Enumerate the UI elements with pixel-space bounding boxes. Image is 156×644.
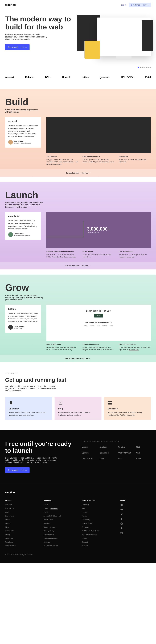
hero-title: The modern way to build for the web: [5, 15, 75, 31]
build-get-started-link[interactable]: Get started now — it's free →: [66, 172, 91, 174]
feature-title: Easy content updates: [119, 343, 151, 345]
footer-link[interactable]: No-Code Movement: [82, 534, 112, 536]
footer-link[interactable]: Hire an Expert: [82, 522, 112, 524]
footer-link[interactable]: Press: [44, 511, 74, 513]
dark-logo: IDEO: [118, 458, 133, 460]
brand-logo: Rakuten: [25, 76, 34, 79]
launch-stat: 3,000,000+: [87, 226, 110, 232]
webflow-icon: [138, 66, 139, 68]
footer-link[interactable]: Ecommerce: [5, 515, 36, 517]
footer-col-company: Company About CareersWe're Hiring Press …: [44, 499, 74, 548]
footer-link[interactable]: Blog: [82, 508, 112, 510]
svg-rect-6: [110, 403, 112, 404]
testimonial-logo: zendesk: [8, 120, 38, 122]
card-desc: Get inspired by the incredible websites …: [108, 411, 147, 416]
footer-link[interactable]: Accessibility: [5, 530, 36, 532]
showcase-card[interactable]: Showcase Get inspired by the incredible …: [104, 397, 151, 420]
launch-testimonial: eventbrite "When we launched the Amstel …: [5, 212, 41, 240]
footer-link[interactable]: Sitemap: [44, 541, 74, 543]
footer-link[interactable]: Support: [82, 541, 112, 543]
cta-suffix: — it's free: [18, 469, 27, 471]
footer-link[interactable]: Terms of Service: [44, 526, 74, 528]
feature-desc: Easily create immersive interactions and…: [119, 158, 151, 163]
webflow-editor-link[interactable]: Webflow Editor: [129, 349, 139, 350]
testimonial-name: Jared Erondu: [14, 326, 24, 328]
footer-logo[interactable]: webflow: [5, 491, 151, 494]
footer-link[interactable]: Accessibility Statement: [44, 515, 74, 517]
footer-link[interactable]: Interactions: [5, 508, 36, 510]
feature-title: Powered by Amazon Web Services: [46, 250, 79, 252]
brand-logo: HELLOSIGN: [121, 76, 134, 79]
footer-col-learn: Learn & Get Help University Blog Ebooks …: [82, 499, 112, 548]
feature-desc: Metadata controls, automatic XML sitemap…: [46, 346, 79, 351]
pinterest-icon[interactable]: [120, 532, 123, 534]
build-title: Build: [5, 97, 151, 107]
logo[interactable]: webflow: [5, 3, 16, 6]
hiring-badge: We're Hiring: [50, 508, 58, 510]
footer-link[interactable]: Security: [44, 522, 74, 524]
footer-link[interactable]: Hosting: [5, 522, 36, 524]
made-in-text: Made in Webflow: [140, 66, 151, 68]
footer-link[interactable]: University: [82, 504, 112, 506]
footer-link[interactable]: Customers: [82, 526, 112, 528]
footer-link[interactable]: About: [44, 504, 74, 506]
footer-link[interactable]: CareersWe're Hiring: [44, 508, 74, 510]
footer-link[interactable]: Webflow vs. WordPress: [82, 530, 112, 532]
footer-link[interactable]: Merch Store: [44, 519, 74, 520]
footer-link[interactable]: Status: [82, 537, 112, 539]
dark-logo: HECO: [135, 458, 151, 460]
testimonial-name: Erin Pinkley: [14, 140, 31, 142]
footer-link[interactable]: Become an Affiliate: [44, 545, 74, 547]
instagram-icon[interactable]: [120, 522, 123, 525]
footer-link[interactable]: Designer: [5, 504, 36, 506]
twitter-icon[interactable]: [120, 513, 123, 516]
preview-logo: WeWork: [102, 325, 107, 326]
footer-link[interactable]: Cookie Policy: [44, 534, 74, 536]
made-in-webflow-badge[interactable]: Made in Webflow: [138, 66, 151, 68]
login-link[interactable]: Log in: [121, 4, 126, 6]
youtube-icon[interactable]: [120, 508, 123, 511]
avatar: [8, 140, 13, 144]
blog-card[interactable]: Blog Explore our blog detailed articles …: [55, 397, 101, 420]
svg-point-8: [121, 523, 122, 524]
footer-link[interactable]: Wishlist: [82, 545, 112, 547]
cta-suffix: — it's free: [18, 46, 27, 48]
header-get-started-button[interactable]: Get started — it's free: [129, 2, 151, 7]
footer-link[interactable]: Ebooks: [82, 511, 112, 513]
launch-get-started-link[interactable]: Get started now — it's free →: [66, 265, 91, 267]
brand-logo: getaround: [100, 76, 110, 79]
build-section: Build Build production-ready experiences…: [0, 89, 156, 177]
dark-logos-label: TRANSFORMING THE DESIGN PROCESS AT: [82, 440, 151, 442]
hosting-network-link[interactable]: hosting network: [5, 204, 20, 206]
svg-rect-4: [110, 401, 112, 402]
dark-logo: NCR: [100, 458, 115, 460]
grow-get-started-link[interactable]: Get started now — it's free →: [66, 358, 91, 360]
footer-link[interactable]: Enterprise: [5, 537, 36, 539]
build-subtitle: Build production-ready experiences witho…: [5, 108, 44, 113]
testimonial-role: VP of Design: [14, 328, 24, 329]
footer-link[interactable]: CMS: [5, 511, 36, 513]
dark-get-started-button[interactable]: Get started — it's free: [5, 467, 30, 473]
footer-link[interactable]: Templates: [5, 541, 36, 543]
footer-link[interactable]: Cookie Preferences: [44, 537, 74, 539]
webflow-icon[interactable]: [120, 504, 123, 506]
footer-link[interactable]: Editor: [5, 519, 36, 520]
preview-lorem: Lorem ipsum dolor sit amet: [52, 310, 146, 312]
resources-title: Get up and running fast: [5, 377, 151, 383]
card-title: Showcase: [108, 408, 147, 410]
footer-link[interactable]: Pricing: [5, 534, 36, 536]
footer-link[interactable]: Privacy Policy: [44, 530, 74, 532]
footer-link[interactable]: SEO: [5, 526, 36, 528]
dark-logo: Petal: [135, 452, 151, 454]
footer-link[interactable]: Community: [82, 519, 112, 520]
footer-copyright: © 2021 Webflow, Inc. All rights reserved…: [5, 554, 151, 556]
facebook-icon[interactable]: [120, 518, 123, 520]
feature-desc: No updates to run, packages to install, …: [119, 254, 151, 258]
university-card[interactable]: University Browse hundreds of in-depth v…: [5, 397, 52, 420]
tiktok-icon[interactable]: [120, 527, 123, 530]
avatar: [8, 232, 13, 237]
footer-link[interactable]: Forum: [82, 515, 112, 517]
footer-link[interactable]: Feature Index: [5, 545, 36, 547]
testimonial-quote: "Webflow helped our brand team create a …: [8, 124, 38, 138]
hero-get-started-button[interactable]: Get started — it's free: [5, 44, 30, 50]
